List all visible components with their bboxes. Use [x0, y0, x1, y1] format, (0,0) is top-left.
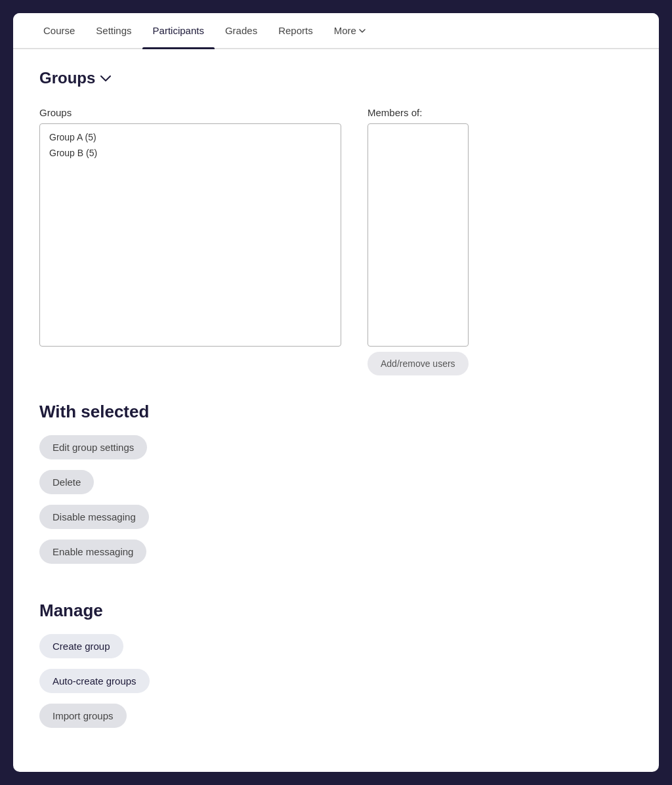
manage-heading: Manage — [39, 601, 633, 621]
edit-group-settings-button[interactable]: Edit group settings — [39, 435, 147, 459]
members-listbox[interactable] — [368, 123, 469, 347]
groups-listbox[interactable]: Group A (5) Group B (5) — [39, 123, 341, 347]
import-groups-button[interactable]: Import groups — [39, 704, 127, 728]
auto-create-groups-button[interactable]: Auto-create groups — [39, 669, 150, 693]
page-title: Groups — [39, 69, 95, 87]
with-selected-section: With selected Edit group settings Delete… — [39, 402, 633, 574]
enable-messaging-button[interactable]: Enable messaging — [39, 540, 146, 564]
navigation-tabs: Course Settings Participants Grades Repo… — [13, 13, 659, 49]
main-content: Groups Groups Group A (5) Group B (5) Me… — [13, 49, 659, 758]
tab-reports[interactable]: Reports — [268, 13, 324, 48]
groups-list-section: Groups Group A (5) Group B (5) — [39, 107, 341, 375]
members-of-label: Members of: — [368, 107, 469, 118]
groups-chevron-icon[interactable] — [100, 73, 111, 85]
add-remove-users-button[interactable]: Add/remove users — [368, 352, 469, 375]
chevron-down-icon — [359, 29, 366, 33]
list-item[interactable]: Group A (5) — [45, 129, 335, 145]
app-container: Course Settings Participants Grades Repo… — [13, 13, 659, 772]
tab-participants[interactable]: Participants — [142, 13, 215, 48]
groups-header: Groups — [39, 69, 633, 87]
create-group-button[interactable]: Create group — [39, 634, 123, 658]
delete-button[interactable]: Delete — [39, 470, 94, 494]
list-item[interactable]: Group B (5) — [45, 145, 335, 161]
with-selected-buttons: Edit group settings Delete Disable messa… — [39, 435, 633, 574]
tab-grades[interactable]: Grades — [215, 13, 268, 48]
tab-settings[interactable]: Settings — [85, 13, 142, 48]
manage-buttons: Create group Auto-create groups Import g… — [39, 634, 633, 738]
groups-list-label: Groups — [39, 107, 341, 118]
members-section: Members of: Add/remove users — [368, 107, 469, 375]
tab-course[interactable]: Course — [33, 13, 85, 48]
tab-more[interactable]: More — [324, 13, 376, 48]
disable-messaging-button[interactable]: Disable messaging — [39, 505, 149, 529]
manage-section: Manage Create group Auto-create groups I… — [39, 601, 633, 738]
with-selected-heading: With selected — [39, 402, 633, 422]
groups-panel: Groups Group A (5) Group B (5) Members o… — [39, 107, 633, 375]
